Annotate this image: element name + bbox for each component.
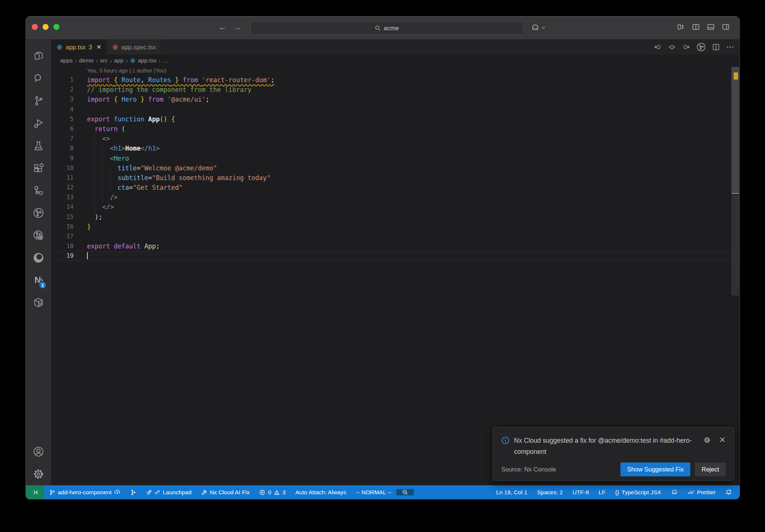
- status-problems[interactable]: 0 3: [254, 489, 290, 496]
- rocket-icon: [146, 489, 152, 495]
- tab-label: app.spec.tsx: [121, 44, 156, 51]
- code-line: 18export default App;: [51, 241, 740, 251]
- code-line: 8<h1>Home</h1>: [51, 143, 740, 153]
- explorer-icon[interactable]: [30, 45, 47, 67]
- gitlens-icon[interactable]: [30, 202, 47, 224]
- chevron-down-icon[interactable]: [541, 25, 546, 30]
- nx-console-icon[interactable]: N› 1: [30, 269, 47, 291]
- react-icon: [112, 44, 118, 50]
- status-branch[interactable]: add-hero-component: [44, 489, 126, 496]
- go-forward-commit-icon[interactable]: [682, 43, 690, 51]
- remote-indicator[interactable]: [26, 485, 44, 499]
- code-line: 2// importing the component from the lib…: [51, 85, 740, 95]
- scrollbar-thumb[interactable]: [731, 67, 739, 194]
- reject-button[interactable]: Reject: [695, 463, 726, 476]
- search-icon: [375, 25, 381, 31]
- split-editor-icon[interactable]: [712, 43, 720, 51]
- extensions-icon[interactable]: [30, 157, 47, 179]
- line-number: 16: [51, 222, 74, 232]
- status-cursor-position[interactable]: Ln 19, Col 1: [491, 489, 532, 496]
- status-bar: add-hero-component Launchpad Nx Cloud AI…: [26, 485, 740, 499]
- search-icon[interactable]: [30, 67, 47, 90]
- toggle-panel-icon[interactable]: [707, 23, 715, 31]
- navigate-back-icon[interactable]: ←: [219, 22, 227, 32]
- status-vim-mode[interactable]: -- NORMAL --: [351, 489, 396, 496]
- status-indentation[interactable]: Spaces: 2: [532, 489, 568, 496]
- code-line: 14</>: [51, 202, 740, 212]
- link-icon: [155, 489, 160, 495]
- close-window-button[interactable]: [32, 24, 38, 30]
- zoom-window-button[interactable]: [53, 24, 59, 30]
- breadcrumb-item[interactable]: demo: [79, 57, 94, 64]
- breadcrumb-item[interactable]: src: [100, 57, 108, 64]
- line-number: 13: [51, 192, 74, 202]
- publish-cloud-icon: [114, 489, 121, 495]
- status-auto-attach[interactable]: Auto Attach: Always: [291, 489, 351, 496]
- toggle-secondary-sidebar-icon[interactable]: [722, 23, 730, 31]
- status-nx-cloud-fix[interactable]: Nx Cloud AI Fix: [196, 489, 255, 496]
- line-number: 15: [51, 212, 74, 222]
- settings-gear-icon[interactable]: [30, 463, 47, 485]
- tab-bar: app.tsx 3 ✕ app.spec.tsx: [51, 40, 740, 55]
- error-icon: [259, 489, 265, 495]
- breadcrumb-tail[interactable]: …: [163, 57, 169, 64]
- line-number: 8: [51, 143, 74, 153]
- breadcrumb: apps› demo› src› app› app.tsx › …: [51, 55, 740, 66]
- git-blame-annotation[interactable]: You, 3 hours ago | 1 author (You): [51, 66, 740, 75]
- copilot-icon: [671, 489, 678, 496]
- edge-devtools-icon[interactable]: [30, 247, 47, 269]
- current-commit-icon[interactable]: [668, 43, 676, 51]
- navigate-forward-icon[interactable]: →: [233, 22, 242, 32]
- code-line: 7<>: [51, 134, 740, 143]
- status-launchpad[interactable]: Launchpad: [141, 489, 196, 496]
- code-line: 4: [51, 105, 740, 114]
- run-task-icon[interactable]: [696, 42, 706, 52]
- code-line: 16}: [51, 222, 740, 232]
- status-encoding[interactable]: UTF-8: [568, 489, 594, 496]
- line-number: 5: [51, 114, 74, 124]
- toggle-primary-sidebar-icon[interactable]: [692, 23, 700, 31]
- tab-app-spec-tsx[interactable]: app.spec.tsx: [107, 40, 162, 55]
- status-copilot[interactable]: [666, 489, 683, 496]
- show-suggested-fix-button[interactable]: Show Suggested Fix: [620, 463, 690, 476]
- notification-toast: Nx Cloud suggested a fix for @acme/demo:…: [493, 427, 734, 481]
- code-line: 5export function App() {: [51, 114, 740, 124]
- line-number: 2: [51, 85, 74, 95]
- tab-app-tsx[interactable]: app.tsx 3 ✕: [51, 40, 107, 55]
- editor-group: app.tsx 3 ✕ app.spec.tsx: [51, 40, 740, 485]
- package-explorer-icon[interactable]: [30, 291, 47, 314]
- breadcrumb-item[interactable]: apps: [60, 57, 73, 64]
- command-center-search[interactable]: acme: [250, 21, 523, 35]
- close-icon[interactable]: ✕: [96, 44, 101, 50]
- breadcrumb-file[interactable]: app.tsx: [130, 57, 157, 64]
- customize-layout-icon[interactable]: [677, 23, 685, 31]
- status-gitlens-commit-graph[interactable]: [126, 489, 141, 495]
- copilot-icon[interactable]: [531, 23, 540, 32]
- status-notifications[interactable]: [721, 489, 737, 495]
- source-control-icon[interactable]: [30, 90, 47, 112]
- gitlens-inspect-icon[interactable]: [30, 224, 47, 247]
- editor-scrollbar[interactable]: [731, 40, 740, 485]
- notification-source: Source: Nx Console: [501, 466, 556, 473]
- minimize-window-button[interactable]: [43, 24, 49, 30]
- wrench-icon: [201, 489, 207, 495]
- testing-icon[interactable]: [30, 134, 47, 157]
- info-icon: [501, 436, 510, 445]
- status-eol[interactable]: LF: [594, 489, 610, 496]
- window-controls: [32, 24, 59, 30]
- status-language-mode[interactable]: {}TypeScript JSX: [610, 489, 666, 496]
- run-debug-icon[interactable]: [30, 112, 47, 134]
- project-structure-icon[interactable]: [30, 179, 47, 202]
- code-editor[interactable]: You, 3 hours ago | 1 author (You) 1impor…: [51, 66, 740, 485]
- search-value: acme: [384, 25, 399, 32]
- status-formatter[interactable]: Prettier: [683, 489, 721, 496]
- go-back-commit-icon[interactable]: [654, 43, 662, 51]
- title-bar: ← → acme: [26, 16, 740, 40]
- notification-close-icon[interactable]: [719, 436, 726, 443]
- nx-badge: 1: [38, 281, 47, 289]
- accounts-icon[interactable]: [30, 440, 47, 463]
- line-number: 4: [51, 105, 74, 114]
- status-zoom-indicator[interactable]: [396, 489, 414, 495]
- breadcrumb-item[interactable]: app: [114, 57, 124, 64]
- notification-settings-gear-icon[interactable]: [703, 436, 711, 444]
